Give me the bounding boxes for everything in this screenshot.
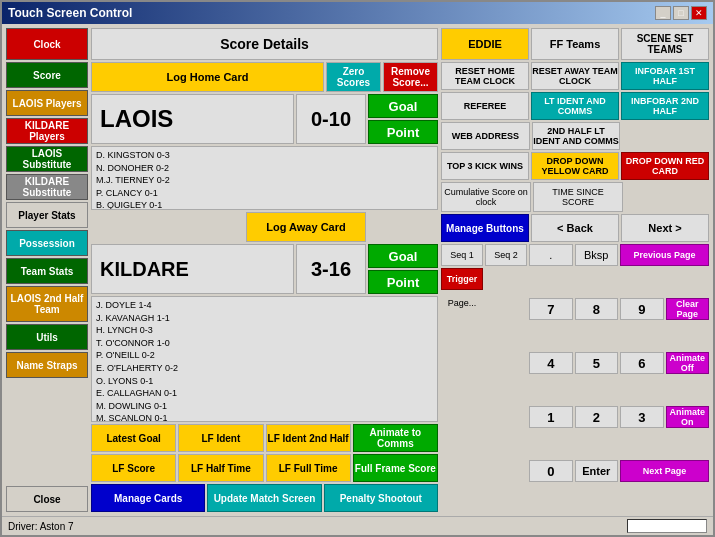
infobar-1st-half-button[interactable]: INFOBAR 1ST HALF [621,62,709,90]
scene-set-teams-button[interactable]: SCENE SET TEAMS [621,28,709,60]
manage-cards-button[interactable]: Manage Cards [91,484,205,512]
minimize-button[interactable]: _ [655,6,671,20]
drop-down-red-card-button[interactable]: DROP DOWN RED CARD [621,152,709,180]
reset-away-team-clock-button[interactable]: RESET AWAY TEAM CLOCK [531,62,619,90]
num-4-button[interactable]: 4 [529,352,573,374]
next-page-button[interactable]: Next Page [620,460,709,482]
previous-page-button[interactable]: Previous Page [620,244,709,266]
window-controls: _ □ ✕ [655,6,707,20]
sidebar-item-kildare-sub[interactable]: KILDARE Substitute [6,174,88,200]
zero-scores-button[interactable]: Zero Scores [326,62,381,92]
log-home-card-button[interactable]: Log Home Card [91,62,324,92]
status-text: Driver: Aston 7 [8,521,74,532]
lf-full-time-button[interactable]: LF Full Time [266,454,351,482]
update-match-screen-button[interactable]: Update Match Screen [207,484,321,512]
num-5-button[interactable]: 5 [575,352,619,374]
window-title: Touch Screen Control [8,6,132,20]
lf-half-time-button[interactable]: LF Half Time [178,454,263,482]
sidebar-item-close[interactable]: Close [6,486,88,512]
lt-ident-comms-button[interactable]: LT IDENT AND COMMS [531,92,619,120]
web-address-button[interactable]: WEB ADDRESS [441,122,530,150]
score-details-title: Score Details [91,28,438,60]
sidebar-item-score[interactable]: Score [6,62,88,88]
bksp-button[interactable]: Bksp [575,244,619,266]
num-3-button[interactable]: 3 [620,406,664,428]
page-label: Page... [441,292,483,314]
num-8-button[interactable]: 8 [575,298,619,320]
laois-point-button[interactable]: Point [368,120,438,144]
eddie-button[interactable]: EDDIE [441,28,529,60]
laois-goal-button[interactable]: Goal [368,94,438,118]
lf-ident-2nd-half-button[interactable]: LF Ident 2nd Half [266,424,351,452]
lf-score-button[interactable]: LF Score [91,454,176,482]
enter-button[interactable]: Enter [575,460,619,482]
sidebar-item-utils[interactable]: Utils [6,324,88,350]
reset-home-team-clock-button[interactable]: RESET HOME TEAM CLOCK [441,62,529,90]
kildare-players-list: J. DOYLE 1-4 J. KAVANAGH 1-1 H. LYNCH 0-… [91,296,438,422]
kildare-team-name: KILDARE [91,244,294,294]
sidebar-item-team-stats[interactable]: Team Stats [6,258,88,284]
trigger-button[interactable]: Trigger [441,268,483,290]
seq1-button[interactable]: Seq 1 [441,244,483,266]
title-bar: Touch Screen Control _ □ ✕ [2,2,713,24]
log-away-card-button[interactable]: Log Away Card [246,212,366,242]
inbfobar-2nd-half-button[interactable]: INBFOBAR 2ND HALF [621,92,709,120]
kildare-point-button[interactable]: Point [368,270,438,294]
laois-players-list: D. KINGSTON 0-3 N. DONOHER 0-2 M.J. TIER… [91,146,438,210]
num-9-button[interactable]: 9 [620,298,664,320]
maximize-button[interactable]: □ [673,6,689,20]
num-6-button[interactable]: 6 [620,352,664,374]
next-button[interactable]: Next > [621,214,709,242]
sidebar-item-clock[interactable]: Clock [6,28,88,60]
sidebar-item-laois-sub[interactable]: LAOIS Substitute [6,146,88,172]
scroll-bar[interactable] [627,519,707,533]
num-2-button[interactable]: 2 [575,406,619,428]
main-window: Touch Screen Control _ □ ✕ Clock Score L… [0,0,715,537]
laois-score: 0-10 [296,94,366,144]
sidebar-item-possession[interactable]: Possession [6,230,88,256]
full-frame-score-button[interactable]: Full Frame Score [353,454,438,482]
seq2-button[interactable]: Seq 2 [485,244,527,266]
time-since-score-button[interactable]: TIME SINCE SCORE [533,182,623,212]
close-button[interactable]: ✕ [691,6,707,20]
manage-buttons-button[interactable]: Manage Buttons [441,214,529,242]
num-7-button[interactable]: 7 [529,298,573,320]
num-0-button[interactable]: 0 [529,460,573,482]
sidebar-item-laois-players[interactable]: LAOIS Players [6,90,88,116]
status-bar: Driver: Aston 7 [2,516,713,535]
lf-ident-button[interactable]: LF Ident [178,424,263,452]
top-3-kick-wins-button[interactable]: TOP 3 KICK WINS [441,152,529,180]
ff-teams-button[interactable]: FF Teams [531,28,619,60]
kildare-score: 3-16 [296,244,366,294]
sidebar-item-kildare-players[interactable]: KILDARE Players [6,118,88,144]
remove-score-button[interactable]: Remove Score... [383,62,438,92]
sidebar-item-laois-2nd[interactable]: LAOIS 2nd Half Team [6,286,88,322]
clear-page-button[interactable]: Clear Page [666,298,710,320]
num-1-button[interactable]: 1 [529,406,573,428]
drop-down-yellow-card-button[interactable]: DROP DOWN YELLOW CARD [531,152,619,180]
cumulative-score-button[interactable]: Cumulative Score on clock [441,182,531,212]
back-button[interactable]: < Back [531,214,619,242]
kildare-goal-button[interactable]: Goal [368,244,438,268]
dot-button[interactable]: . [529,244,573,266]
animate-on-button[interactable]: Animate On [666,406,710,428]
referee-button[interactable]: REFEREE [441,92,529,120]
sidebar-item-player-stats[interactable]: Player Stats [6,202,88,228]
animate-off-button[interactable]: Animate Off [666,352,710,374]
animate-to-comms-button[interactable]: Animate to Comms [353,424,438,452]
penalty-shootout-button[interactable]: Penalty Shootout [324,484,438,512]
2nd-half-lt-button[interactable]: 2ND HALF LT IDENT AND COMMS [532,122,621,150]
laois-team-name: LAOIS [91,94,294,144]
sidebar-item-name-straps[interactable]: Name Straps [6,352,88,378]
latest-goal-button[interactable]: Latest Goal [91,424,176,452]
